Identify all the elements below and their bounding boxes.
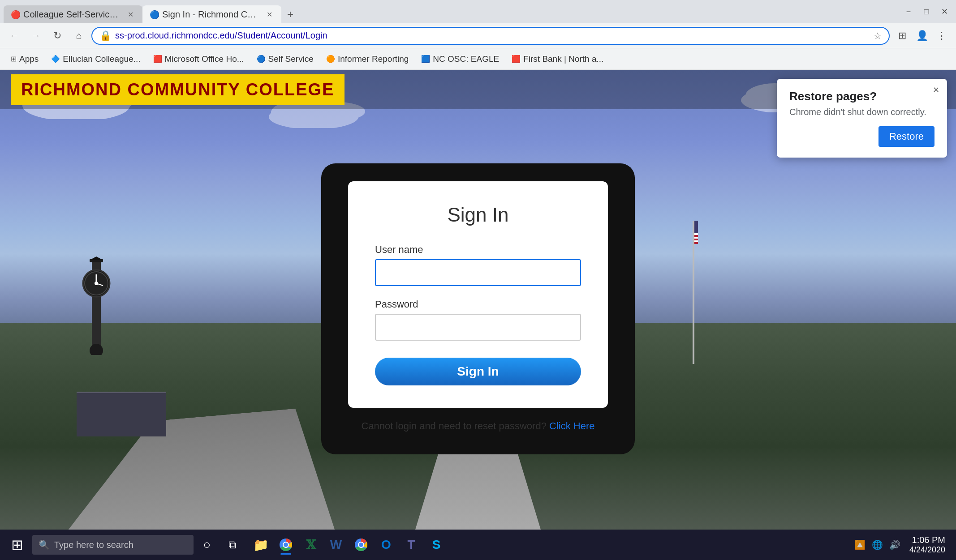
clock-date: 4/24/2020 [909,545,945,555]
selfservice-label: Self Service [268,54,314,64]
svg-rect-24 [694,237,698,239]
new-tab-button[interactable]: + [281,5,299,23]
svg-point-29 [284,543,288,547]
microsoft-label: Microsoft Office Ho... [165,54,244,64]
selfservice-favicon: 🔵 [257,55,266,63]
bookmark-firstbank[interactable]: 🟥 First Bank | North a... [506,52,609,66]
network-icon[interactable]: 🌐 [870,538,885,552]
taskbar-chrome2[interactable] [349,533,373,556]
cortana-button[interactable]: ○ [195,533,219,556]
ncosc-label: NC OSC: EAGLE [433,54,499,64]
star-icon[interactable]: ☆ [874,30,882,41]
taskbar-right: 🔼 🌐 🔊 1:06 PM 4/24/2020 [853,533,952,556]
taskbar-app-icons: 📁 𝕏 W [249,533,448,556]
taskbar-outlook[interactable]: O [375,533,398,556]
apps-favicon: ⊞ [11,55,17,63]
tab-2[interactable]: 🔵 Sign In - Richmond Community... ✕ [142,5,281,23]
system-icons: 🔼 🌐 🔊 [853,538,902,552]
ncosc-favicon: 🟦 [421,55,430,63]
tab-2-title: Sign In - Richmond Community... [162,9,261,20]
tab-2-favicon: 🔵 [150,10,159,19]
notification-icon[interactable]: 🔼 [853,538,867,552]
username-input[interactable] [375,259,581,286]
search-box[interactable]: 🔍 Type here to search [32,535,194,555]
browser-shell: 🔴 Colleague Self-Service | Richmon... ✕ … [0,0,956,560]
home-button[interactable]: ⌂ [70,27,88,45]
ellucian-favicon: 🔷 [51,55,60,63]
svg-point-32 [359,543,363,547]
taskbar-word[interactable]: W [324,533,348,556]
extensions-button[interactable]: ⊞ [893,27,911,45]
refresh-button[interactable]: ↻ [48,27,66,45]
url-text: ss-prod.cloud.richmondcc.edu/Student/Acc… [115,30,327,41]
tab-strip: 🔴 Colleague Self-Service | Richmon... ✕ … [4,0,895,23]
chrome-icon-2 [355,539,367,551]
svg-rect-23 [694,233,698,235]
restore-title: Restore pages? [789,90,934,103]
close-button[interactable]: ✕ [936,4,952,20]
restore-close-button[interactable]: ✕ [929,83,943,97]
bookmark-ncosc[interactable]: 🟦 NC OSC: EAGLE [416,52,504,66]
bookmark-informer[interactable]: 🟠 Informer Reporting [321,52,414,66]
taskbar-explorer[interactable]: 📁 [249,533,272,556]
url-icons: ☆ [874,30,882,41]
taskview-button[interactable]: ⧉ [220,533,244,556]
password-input[interactable] [375,314,581,341]
tab-1-favicon: 🔴 [11,10,20,19]
svg-point-17 [90,344,103,355]
tab-1-close[interactable]: ✕ [125,9,135,19]
tab-2-close[interactable]: ✕ [264,9,274,19]
bookmark-microsoft[interactable]: 🟥 Microsoft Office Ho... [148,52,250,66]
apps-label: Apps [19,54,39,64]
signin-title: Sign In [375,204,581,226]
college-name-text: RICHMOND COMMUNITY COLLEGE [21,80,334,99]
svg-marker-16 [90,256,103,260]
taskbar: ⊞ 🔍 Type here to search ○ ⧉ 📁 𝕏 W [0,530,956,560]
profile-button[interactable]: 👤 [913,27,931,45]
restore-subtitle: Chrome didn't shut down correctly. [789,107,934,117]
signin-outer: Sign In User name Password Sign In Canno… [321,163,635,454]
informer-favicon: 🟠 [326,55,335,63]
address-right: ⊞ 👤 ⋮ [893,27,951,45]
bookmark-apps[interactable]: ⊞ Apps [5,52,44,66]
search-placeholder: Type here to search [54,540,133,550]
signin-card: Sign In User name Password Sign In [348,181,608,408]
menu-button[interactable]: ⋮ [933,27,951,45]
address-bar: ← → ↻ ⌂ 🔒 ss-prod.cloud.richmondcc.edu/S… [0,23,956,48]
firstbank-favicon: 🟥 [512,55,521,63]
start-button[interactable]: ⊞ [4,531,30,558]
password-group: Password [375,299,581,341]
bookmark-selfservice[interactable]: 🔵 Self Service [251,52,319,66]
firstbank-label: First Bank | North a... [523,54,603,64]
svg-rect-26 [694,221,698,233]
forward-button[interactable]: → [27,27,45,45]
bookmark-ellucian[interactable]: 🔷 Ellucian Colleague... [46,52,146,66]
taskbar-teams[interactable]: T [400,533,423,556]
clock-area[interactable]: 1:06 PM 4/24/2020 [906,533,949,556]
page-content: RICHMOND COMMUNITY COLLEGE Sign In User … [0,70,956,530]
back-button[interactable]: ← [5,27,23,45]
taskbar-skype[interactable]: S [425,533,448,556]
informer-label: Informer Reporting [338,54,409,64]
microsoft-favicon: 🟥 [153,55,162,63]
college-name-badge: RICHMOND COMMUNITY COLLEGE [11,74,345,105]
reset-link[interactable]: Click Here [549,420,594,432]
url-bar[interactable]: 🔒 ss-prod.cloud.richmondcc.edu/Student/A… [91,27,890,45]
taskbar-chrome[interactable] [274,533,297,556]
chrome-icon [280,539,292,551]
username-group: User name [375,244,581,286]
restore-button[interactable]: Restore [878,126,934,147]
minimize-button[interactable]: − [900,4,917,20]
maximize-button[interactable]: □ [918,4,934,20]
volume-icon[interactable]: 🔊 [887,538,902,552]
flag-pole-svg [689,221,698,364]
search-icon: 🔍 [39,539,50,550]
signin-button[interactable]: Sign In [375,358,581,385]
tab-1[interactable]: 🔴 Colleague Self-Service | Richmon... ✕ [4,5,142,23]
svg-point-14 [95,282,98,285]
clock-tower [78,256,114,355]
password-label: Password [375,299,581,310]
building-left-2 [77,392,166,436]
restore-popup: ✕ Restore pages? Chrome didn't shut down… [777,79,947,158]
taskbar-excel[interactable]: 𝕏 [299,533,323,556]
